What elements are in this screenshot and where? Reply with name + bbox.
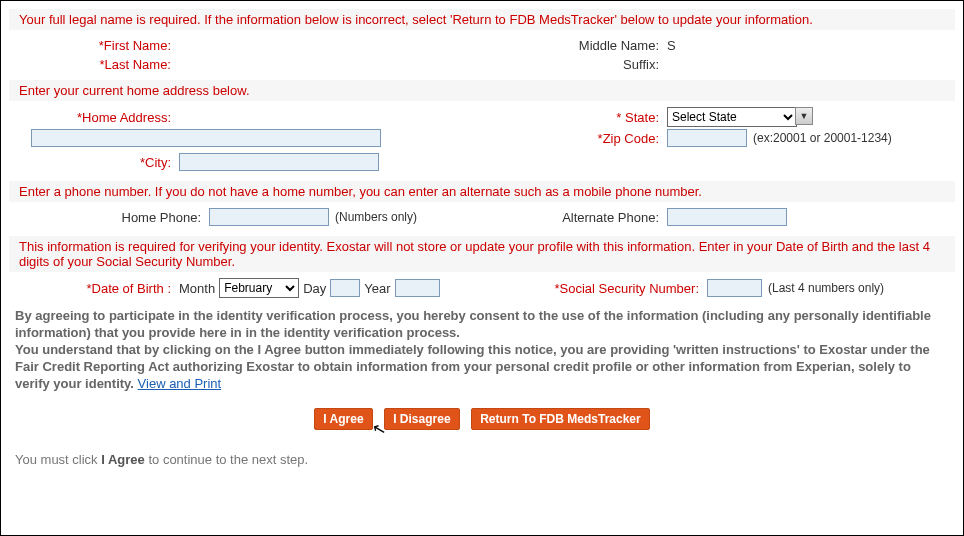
suffix-label: Suffix: — [482, 57, 667, 72]
identity-instruction: This information is required for verifyi… — [9, 236, 955, 272]
ssn-input[interactable] — [707, 279, 762, 297]
year-text: Year — [364, 281, 390, 296]
alt-phone-input[interactable] — [667, 208, 787, 226]
state-select[interactable]: Select State — [667, 107, 797, 127]
disagree-button[interactable]: I Disagree — [384, 408, 459, 430]
month-text: Month — [179, 281, 215, 296]
alt-phone-label: Alternate Phone: — [482, 210, 667, 225]
disclaimer-p1: By agreeing to participate in the identi… — [15, 308, 931, 340]
ssn-label: *Social Security Number: — [482, 281, 707, 296]
home-phone-hint: (Numbers only) — [335, 210, 417, 224]
address-instruction: Enter your current home address below. — [9, 80, 955, 101]
city-label: *City: — [9, 155, 179, 170]
zip-hint: (ex:20001 or 20001-1234) — [753, 131, 892, 145]
legal-name-instruction: Your full legal name is required. If the… — [9, 9, 955, 30]
home-phone-input[interactable] — [209, 208, 329, 226]
zip-input[interactable] — [667, 129, 747, 147]
phone-instruction: Enter a phone number. If you do not have… — [9, 181, 955, 202]
city-input[interactable] — [179, 153, 379, 171]
state-label: * State: — [482, 110, 667, 125]
chevron-down-icon: ▼ — [795, 107, 813, 125]
ssn-hint: (Last 4 numbers only) — [768, 281, 884, 295]
home-phone-label: Home Phone: — [9, 210, 209, 225]
year-input[interactable] — [395, 279, 440, 297]
view-print-link[interactable]: View and Print — [138, 376, 222, 391]
middle-name-value: S — [667, 38, 676, 53]
day-input[interactable] — [330, 279, 360, 297]
month-select[interactable]: February — [219, 278, 299, 298]
home-address-label: *Home Address: — [9, 110, 179, 125]
dob-label: *Date of Birth : — [9, 281, 179, 296]
last-name-label: *Last Name: — [9, 57, 179, 72]
footnote: You must click I Agree to continue to th… — [9, 448, 955, 471]
agree-button[interactable]: I Agree — [314, 408, 372, 430]
middle-name-label: Middle Name: — [482, 38, 667, 53]
day-text: Day — [303, 281, 326, 296]
first-name-label: *First Name: — [9, 38, 179, 53]
zip-label: *Zip Code: — [482, 131, 667, 146]
home-address-input[interactable] — [31, 129, 381, 147]
return-button[interactable]: Return To FDB MedsTracker — [471, 408, 649, 430]
